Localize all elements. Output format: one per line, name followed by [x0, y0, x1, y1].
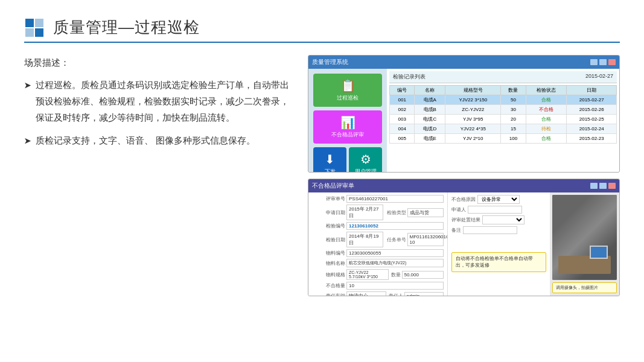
cell-name: 电缆C — [415, 115, 445, 124]
tile-process-inspection[interactable]: 📋 过程巡检 — [313, 74, 382, 107]
disposition-select[interactable] — [482, 215, 524, 224]
form-row-check-date: 检验日期 2014年 8月19日 任务单号 MF01161320601G10-1… — [312, 232, 444, 247]
user-icon: ⚙ — [360, 152, 371, 167]
cell-status: 合格 — [526, 95, 567, 105]
label-apply-date: 申请日期 — [312, 209, 345, 216]
form-left: 评审单号 PSS46160227001 申请日期 2015年 2月27日 检验类… — [308, 192, 447, 296]
value-qty: 50.000 — [402, 271, 444, 279]
applicant-label: 申请人 — [451, 206, 466, 213]
disposition-label: 评审处置结果 — [451, 217, 480, 223]
tiles-panel: 📋 过程巡检 📊 不合格品评审 ⬇ 下发 — [308, 69, 387, 172]
label-check-date: 检验日期 — [312, 237, 345, 243]
note-input[interactable] — [463, 226, 517, 234]
camera-preview — [552, 195, 617, 280]
disposition-row: 评审处置结果 — [451, 215, 546, 224]
cell-id: 001 — [390, 95, 415, 105]
data-panel: 检验记录列表 2015-02-27 编号 名称 规格型号 数量 检验状态 — [387, 69, 619, 172]
cell-id: 003 — [390, 115, 415, 124]
th-spec: 规格型号 — [445, 86, 501, 95]
panel-header-text: 检验记录列表 — [393, 73, 426, 81]
window-title-top: 质量管理系统 — [312, 58, 588, 66]
window-bar-bottom: 不合格品评审单 — [308, 179, 619, 192]
cell-qty: 30 — [501, 105, 526, 115]
form-row-check-id: 检验编号 12130610052 — [312, 222, 444, 230]
table-row[interactable]: 005 电缆E YJV 2*10 100 合格 2015-02-23 — [390, 134, 617, 144]
nonconformity-icon: 📊 — [340, 115, 355, 130]
tooltip-1: 自动将不合格检验单不合格单自动带出，可多发返修 — [451, 252, 546, 272]
reason-select[interactable]: 设备异常 — [477, 195, 520, 204]
inspection-table: 编号 名称 规格型号 数量 检验状态 日期 001 — [389, 85, 617, 144]
cell-id: 002 — [390, 105, 415, 115]
cell-name: 电缆D — [415, 124, 445, 134]
tooltip-text-2: 调用摄像头，拍摄图片 — [556, 285, 598, 290]
win-maximize[interactable] — [599, 59, 607, 65]
value-person: admin — [404, 292, 444, 296]
tile-issue[interactable]: ⬇ 下发 — [313, 147, 346, 173]
value-task-order: MF01161320601G10-10 — [407, 233, 444, 246]
tooltip-2: 调用摄像头，拍摄图片 — [552, 282, 617, 293]
window-title-bottom: 不合格品评审单 — [312, 182, 588, 190]
th-name: 名称 — [415, 86, 445, 95]
nonconformity-reason-row: 不合格原因 设备异常 — [451, 195, 546, 204]
table-row[interactable]: 002 电缆B ZC-YJV22 30 不合格 2015-02-26 — [390, 105, 617, 115]
list-item: ➤ 质检记录支持，文字、语音、 图像多种形式信息保存。 — [24, 133, 290, 149]
value-inspection-type: 成品与货 — [407, 208, 444, 217]
value-check-id: 12130610052 — [346, 222, 444, 230]
cell-qty: 20 — [501, 115, 526, 124]
cell-date: 2015-02-24 — [567, 124, 617, 134]
bullet-text-2: 质检记录支持，文字、语音、 图像多种形式信息保存。 — [36, 133, 255, 149]
cell-status: 合格 — [526, 115, 567, 124]
tile-label-2: 不合格品评审 — [331, 131, 364, 139]
table-row[interactable]: 001 电缆A YJV22 3*150 50 合格 2015-02-27 — [390, 95, 617, 105]
header-icon — [24, 17, 45, 38]
cell-status: 待检 — [526, 124, 567, 134]
win-close[interactable] — [608, 59, 616, 65]
cell-date: 2015-02-25 — [567, 115, 617, 124]
camera-image — [552, 195, 617, 280]
window-controls-bottom — [590, 183, 616, 189]
window-bar-top: 质量管理系统 — [308, 56, 619, 69]
label-workshop: 责任车间 — [312, 293, 345, 296]
cell-qty: 100 — [501, 134, 526, 144]
tile-user[interactable]: ⚙ 用户管理 — [349, 147, 382, 173]
cell-status: 合格 — [526, 134, 567, 144]
reason-label: 不合格原因 — [451, 196, 476, 203]
cell-qty: 50 — [501, 95, 526, 105]
win-minimize[interactable] — [590, 59, 598, 65]
window-controls-top — [590, 59, 616, 65]
main-content: 场景描述： ➤ 过程巡检。质检员通过条码识别或选定检验生产订单，自动带出预设检验… — [24, 55, 620, 296]
form-middle: 不合格原因 设备异常 申请人 评审处置结果 — [447, 192, 550, 296]
list-item: ➤ 过程巡检。质检员通过条码识别或选定检验生产订单，自动带出预设检验标准、检验规… — [24, 77, 290, 125]
table-row[interactable]: 003 电缆C YJV 3*95 20 合格 2015-02-25 — [390, 115, 617, 124]
form-row-material-id: 物料编号 123030050055 — [312, 249, 444, 257]
svg-rect-3 — [35, 28, 43, 37]
screenshots-area: 质量管理系统 📋 过程巡检 📊 — [308, 55, 620, 296]
form-row-material-name: 物料名称 航芯交联低烟电力电缆(YJV22) — [312, 259, 444, 267]
applicant-input[interactable] — [468, 206, 522, 214]
tile-label-3: 下发 — [325, 168, 336, 173]
th-qty: 数量 — [501, 86, 526, 95]
value-workshop: 物流中心 — [346, 291, 386, 296]
screenshot-top: 质量管理系统 📋 过程巡检 📊 — [308, 55, 620, 173]
qty-label: 数量 — [391, 272, 401, 278]
top-content-area: 📋 过程巡检 📊 不合格品评审 ⬇ 下发 — [308, 69, 619, 172]
cell-date: 2015-02-26 — [567, 105, 617, 115]
cell-status: 不合格 — [526, 105, 567, 115]
form-row-apply-date: 申请日期 2015年 2月27日 检验类型 成品与货 — [312, 205, 444, 220]
win-close-b[interactable] — [608, 183, 616, 189]
cell-spec: YJV22 3*150 — [445, 95, 501, 105]
tile-nonconformity[interactable]: 📊 不合格品评审 — [313, 110, 382, 144]
win-maximize-b[interactable] — [599, 183, 607, 189]
cell-id: 004 — [390, 124, 415, 134]
label-nonconform-qty: 不合格量 — [312, 282, 345, 289]
cell-name: 电缆E — [415, 134, 445, 144]
cell-spec: YJV 3*95 — [445, 115, 501, 124]
win-minimize-b[interactable] — [590, 183, 598, 189]
label-material-name: 物料名称 — [312, 260, 345, 267]
bullet-text-1: 过程巡检。质检员通过条码识别或选定检验生产订单，自动带出预设检验标准、检验规程，… — [36, 77, 290, 125]
table-row[interactable]: 004 电缆D YJV22 4*35 15 待检 2015-02-24 — [390, 124, 617, 134]
data-panel-header: 检验记录列表 2015-02-27 — [389, 71, 617, 83]
tile-label-1: 过程巡检 — [337, 94, 359, 102]
label-material-id: 物料编号 — [312, 250, 345, 256]
th-status: 检验状态 — [526, 86, 567, 95]
